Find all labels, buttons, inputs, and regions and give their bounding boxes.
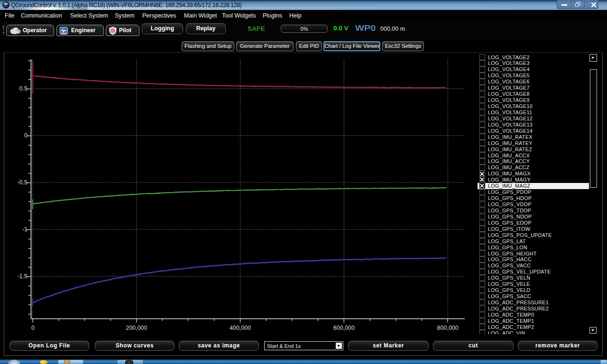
svg-text:0: 0 (31, 325, 35, 331)
svg-text:-0.5: -0.5 (17, 179, 28, 186)
svg-text:600,000: 600,000 (333, 325, 355, 331)
svg-text:-1.5: -1.5 (17, 273, 28, 280)
svg-text:800,000: 800,000 (437, 325, 459, 331)
svg-text:0.5: 0.5 (19, 85, 28, 92)
svg-text:0: 0 (24, 132, 28, 139)
svg-text:200,000: 200,000 (126, 325, 147, 331)
svg-text:-1: -1 (22, 226, 28, 233)
svg-text:400,000: 400,000 (230, 325, 251, 331)
